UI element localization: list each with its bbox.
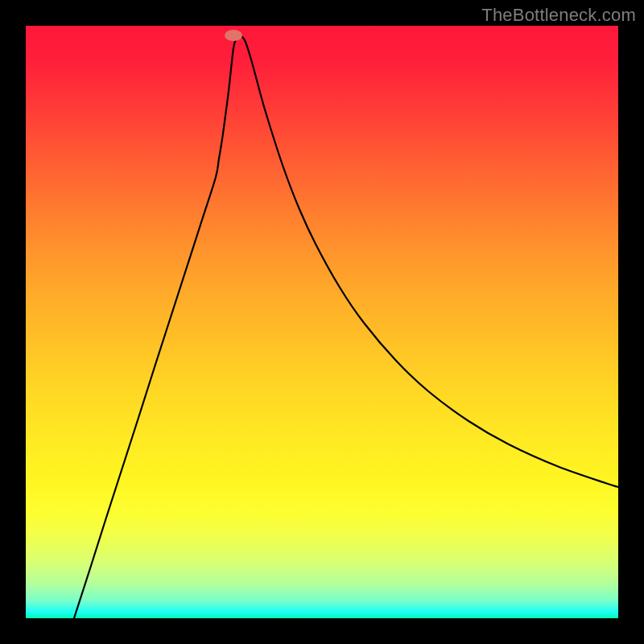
minimum-marker [225, 30, 242, 41]
chart-frame: TheBottleneck.com [0, 0, 644, 644]
bottleneck-curve [74, 35, 618, 618]
watermark-text: TheBottleneck.com [481, 5, 636, 26]
plot-area [26, 26, 618, 618]
chart-svg [26, 26, 618, 618]
